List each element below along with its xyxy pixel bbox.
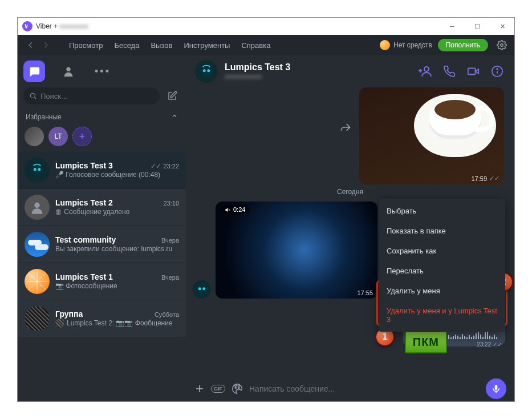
video-duration-badge: 0:24 (220, 205, 250, 214)
svg-point-1 (66, 67, 70, 71)
annotation-pkm-label: ПКМ (405, 331, 447, 353)
topup-button[interactable]: Пополнить (438, 39, 488, 51)
chat-list-item[interactable]: Test communityВчераВы закрепили сообщени… (18, 225, 186, 263)
svg-point-7 (34, 203, 39, 208)
image-message[interactable]: 17:59✓✓ (359, 87, 504, 184)
gif-icon[interactable]: GIF (211, 385, 225, 393)
nav-forward-icon[interactable] (38, 38, 53, 53)
tab-contacts-icon[interactable] (58, 61, 79, 82)
menu-chat[interactable]: Беседа (108, 41, 145, 50)
svg-point-23 (196, 283, 209, 296)
avatar (25, 232, 50, 257)
svg-point-31 (235, 384, 237, 386)
chat-name: Test community (55, 235, 116, 244)
chat-list-item[interactable]: Lumpics Test 223:10🗑 Сообщение удалено (18, 188, 186, 225)
favorites-collapse-icon[interactable] (171, 112, 178, 121)
chat-preview: 🎤 Голосовое сообщение (00:48) (55, 170, 179, 180)
chat-preview: 🗑 Сообщение удалено (55, 207, 179, 217)
chat-panel: Lumpics Test 3 ●●●●●●●●● (186, 55, 514, 401)
menu-help[interactable]: Справка (235, 41, 276, 50)
chat-time: ✓✓23:22 (151, 163, 179, 170)
message-input[interactable] (249, 384, 480, 393)
settings-icon[interactable] (495, 38, 509, 52)
chat-list-item[interactable]: ГруппаСубботаLumpics Test 2: 📷📷 Фообщени… (18, 300, 186, 337)
chat-time: 23:10 (163, 200, 179, 207)
phone-number-blur: ●●●●●●● (59, 22, 88, 30)
favorite-contact[interactable]: LT (48, 127, 68, 146)
close-button[interactable]: ✕ (495, 19, 510, 34)
chat-time: Вчера (161, 237, 179, 244)
compose-icon[interactable] (164, 88, 180, 104)
chat-preview: Lumpics Test 2: 📷📷 Фообщение (55, 319, 179, 328)
balance-indicator[interactable]: Нет средств (380, 40, 432, 50)
svg-point-30 (238, 387, 239, 388)
chat-list-item[interactable]: Lumpics Test 3✓✓23:22🎤 Голосовое сообщен… (18, 152, 186, 188)
svg-point-6 (38, 168, 40, 171)
voice-call-icon[interactable] (441, 63, 457, 79)
app-title: Viber + (36, 22, 58, 30)
video-message[interactable]: 0:24 17:55 (216, 202, 377, 299)
svg-point-29 (235, 387, 236, 388)
menu-call[interactable]: Вызов (145, 41, 178, 50)
viber-logo-icon (22, 21, 33, 31)
menu-view[interactable]: Просмотр (63, 41, 108, 50)
chat-subtitle-blur: ●●●●●●●●● (225, 72, 290, 80)
nav-back-icon[interactable] (23, 38, 38, 53)
chat-name: Группа (55, 309, 83, 319)
chat-list: Lumpics Test 3✓✓23:22🎤 Голосовое сообщен… (18, 152, 186, 401)
svg-rect-18 (468, 69, 476, 75)
forward-icon[interactable] (340, 122, 351, 135)
context-menu-item[interactable]: Удалить у меня (379, 281, 505, 301)
svg-rect-33 (495, 385, 498, 390)
chat-name: Lumpics Test 2 (55, 198, 113, 207)
chat-name: Lumpics Test 3 (55, 161, 113, 170)
context-menu: ВыбратьПоказать в папкеСохранить какПере… (379, 199, 505, 332)
date-separator: Сегодня (186, 188, 514, 196)
svg-point-22 (497, 69, 498, 70)
svg-point-14 (207, 69, 210, 72)
context-menu-item[interactable]: Показать в папке (379, 221, 505, 241)
tab-chats-icon[interactable] (23, 61, 45, 82)
chat-time: Суббота (155, 311, 179, 318)
chat-list-item[interactable]: Lumpics Test 1Вчера📷 Фотосообщение (18, 263, 186, 300)
chat-title: Lumpics Test 3 (225, 62, 290, 72)
viber-out-icon (380, 40, 390, 50)
context-menu-item[interactable]: Удалить у меня и у Lumpics Test 3 (379, 301, 505, 329)
menubar: Просмотр Беседа Вызов Инструменты Справк… (18, 35, 514, 55)
voice-record-button[interactable] (486, 378, 506, 399)
svg-point-24 (198, 287, 201, 290)
avatar (25, 158, 50, 183)
chat-preview: Вы закрепили сообщение: lumpics.ru (55, 244, 179, 254)
tab-more-icon[interactable]: ••• (92, 61, 113, 82)
svg-point-2 (30, 93, 35, 98)
add-favorite-button[interactable]: + (72, 127, 92, 146)
chat-time: Вчера (161, 274, 179, 281)
sidebar: ••• Избранные LT + (18, 55, 186, 401)
favorite-contact[interactable] (25, 127, 44, 146)
chat-preview: 📷 Фотосообщение (55, 281, 179, 291)
search-input[interactable] (23, 87, 160, 104)
svg-point-15 (424, 67, 429, 71)
maximize-button[interactable]: ☐ (470, 19, 485, 34)
context-menu-item[interactable]: Выбрать (379, 201, 505, 221)
avatar (25, 195, 50, 220)
context-menu-item[interactable]: Сохранить как (379, 241, 505, 261)
svg-point-0 (501, 44, 503, 47)
chat-name: Lumpics Test 1 (55, 272, 113, 281)
context-menu-item[interactable]: Переслать (379, 261, 505, 281)
attach-icon[interactable] (194, 383, 205, 394)
svg-point-12 (200, 65, 213, 78)
add-participant-icon[interactable] (417, 63, 433, 79)
sender-avatar[interactable] (193, 280, 211, 299)
minimize-button[interactable]: ─ (445, 19, 460, 34)
svg-point-5 (34, 168, 36, 171)
avatar (25, 306, 50, 331)
favorites-header: Избранные (26, 113, 62, 121)
video-call-icon[interactable] (465, 63, 481, 79)
svg-point-13 (203, 69, 206, 72)
menu-tools[interactable]: Инструменты (178, 41, 235, 50)
chat-info-icon[interactable] (489, 63, 505, 79)
chat-avatar[interactable] (195, 60, 218, 83)
search-field[interactable] (40, 92, 154, 100)
sticker-icon[interactable] (231, 382, 243, 395)
